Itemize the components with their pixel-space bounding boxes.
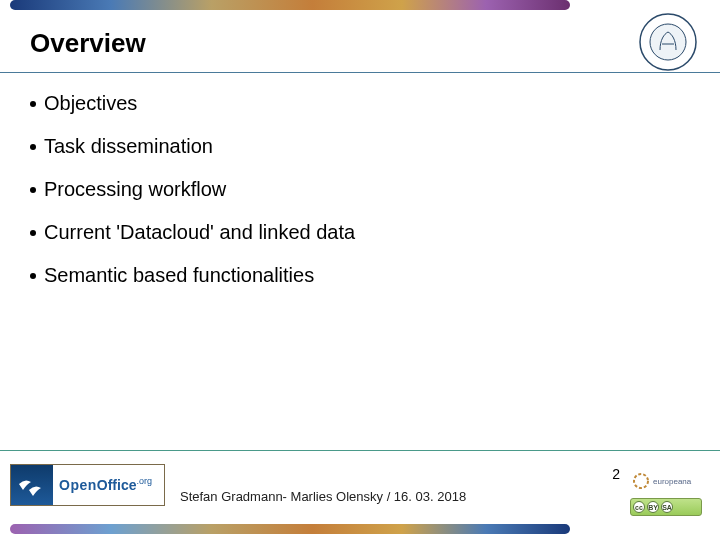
bullet-text: Semantic based functionalities [44,264,314,287]
openoffice-gulls-icon [11,464,53,506]
title-divider [0,72,720,73]
cc-sa-icon: SA [661,501,673,513]
bullet-text: Current 'Datacloud' and linked data [44,221,355,244]
page-number: 2 [612,466,620,482]
slide-title: Overview [30,28,146,59]
bullet-text: Task dissemination [44,135,213,158]
bullet-icon [30,273,36,279]
bottom-accent-bar [10,524,570,534]
bullet-list: Objectives Task dissemination Processing… [30,92,670,307]
slide: Overview Objectives Task dissemination P… [0,0,720,540]
cc-icon: cc [633,501,645,513]
svg-point-2 [634,474,648,488]
bullet-icon [30,101,36,107]
bullet-icon [30,187,36,193]
europeana-icon [632,472,650,490]
openoffice-office: Office [97,477,137,493]
footer-divider [0,450,720,451]
bullet-icon [30,230,36,236]
bullet-text: Processing workflow [44,178,226,201]
cc-license-badge: cc BY SA [630,498,702,516]
openoffice-org: .org [136,476,152,486]
svg-point-1 [650,24,686,60]
bullet-icon [30,144,36,150]
top-accent-bar [10,0,570,10]
openoffice-badge: OpenOffice.org [10,464,165,506]
list-item: Current 'Datacloud' and linked data [30,221,670,244]
europeana-logo: europeana [632,470,702,492]
list-item: Task dissemination [30,135,670,158]
humboldt-seal-icon [638,12,698,72]
list-item: Semantic based functionalities [30,264,670,287]
list-item: Objectives [30,92,670,115]
openoffice-text: OpenOffice.org [53,477,164,493]
footer-attribution: Stefan Gradmann- Marlies Olensky / 16. 0… [180,489,466,504]
cc-by-icon: BY [647,501,659,513]
list-item: Processing workflow [30,178,670,201]
openoffice-open: Open [59,477,97,493]
europeana-label: europeana [653,477,691,486]
bullet-text: Objectives [44,92,137,115]
